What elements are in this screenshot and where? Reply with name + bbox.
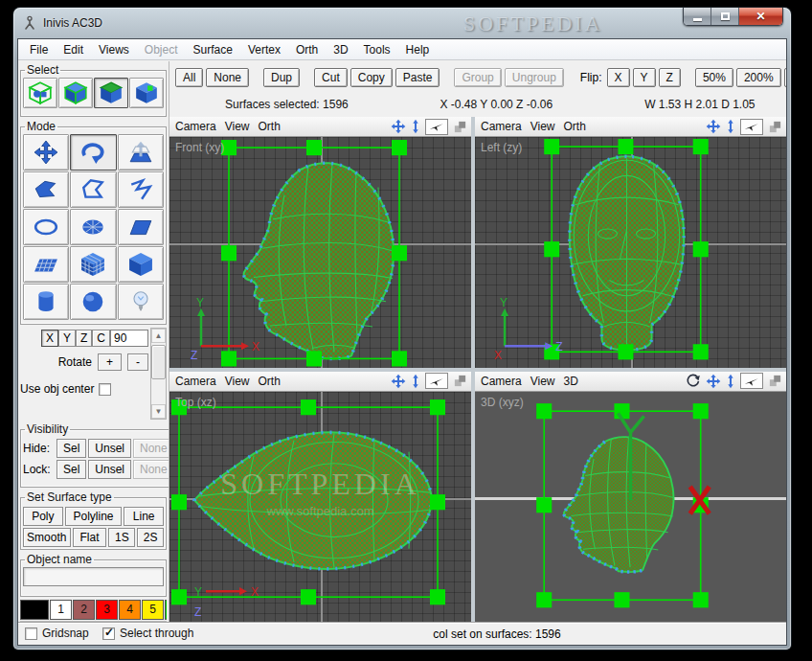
- scale-50-button[interactable]: 50%: [695, 68, 733, 87]
- color-swatch-6[interactable]: [165, 600, 167, 620]
- camera-menu[interactable]: Camera: [175, 120, 216, 133]
- select-none-button[interactable]: None: [206, 68, 249, 87]
- flip-z-button[interactable]: Z: [659, 68, 681, 87]
- orth-menu[interactable]: Orth: [258, 375, 280, 388]
- select-all-button[interactable]: All: [175, 68, 203, 87]
- maximize-viewport-icon[interactable]: [453, 120, 467, 134]
- scroll-down-icon[interactable]: ▼: [151, 404, 166, 419]
- camera-menu[interactable]: Camera: [481, 120, 522, 133]
- viewport-3d-canvas[interactable]: 3D (xyz): [475, 392, 786, 623]
- pointer-tool-button[interactable]: [425, 373, 448, 389]
- axis-y-button[interactable]: Y: [58, 330, 76, 347]
- zoom-vertical-icon[interactable]: [726, 119, 735, 134]
- select-through-checkbox[interactable]: [102, 627, 115, 640]
- mode-disk-button[interactable]: [70, 209, 116, 245]
- scroll-up-icon[interactable]: ▲: [151, 329, 166, 343]
- hide-sel-button[interactable]: Sel: [56, 439, 86, 458]
- menu-vertex[interactable]: Vertex: [240, 41, 288, 58]
- menu-orth[interactable]: Orth: [288, 41, 326, 58]
- object-name-input[interactable]: [23, 567, 164, 586]
- two-sided-button[interactable]: 2S: [137, 528, 164, 547]
- mode-move-button[interactable]: [23, 134, 69, 171]
- copy-button[interactable]: Copy: [350, 68, 393, 87]
- mode-polyline-button[interactable]: [118, 171, 164, 208]
- mode-poly-filled-button[interactable]: [23, 171, 69, 208]
- zoom-vertical-icon[interactable]: [411, 119, 420, 134]
- pan-icon[interactable]: [391, 119, 406, 134]
- color-swatch-2[interactable]: 2: [73, 600, 95, 620]
- rotate-plus-button[interactable]: +: [98, 353, 122, 371]
- pan-icon[interactable]: [706, 374, 721, 389]
- menu-file[interactable]: File: [22, 41, 56, 58]
- duplicate-button[interactable]: Dup: [263, 68, 300, 87]
- camera-menu[interactable]: Camera: [175, 375, 216, 388]
- color-swatch-3[interactable]: 3: [96, 600, 118, 620]
- rotate-angle-input[interactable]: [110, 330, 148, 347]
- viewport-front-canvas[interactable]: Front (xy): [169, 137, 471, 368]
- one-sided-button[interactable]: 1S: [108, 528, 135, 547]
- scale-minus10-button[interactable]: -10%: [784, 68, 786, 87]
- 3d-menu[interactable]: 3D: [563, 375, 577, 388]
- view-menu[interactable]: View: [530, 120, 555, 133]
- scroll-thumb[interactable]: [151, 345, 166, 379]
- mode-grid-mesh-button[interactable]: [23, 246, 69, 283]
- orth-menu[interactable]: Orth: [258, 120, 280, 133]
- menu-3d[interactable]: 3D: [326, 41, 355, 58]
- pointer-tool-button[interactable]: [740, 119, 763, 135]
- select-vertex-button[interactable]: [129, 78, 164, 108]
- gridsnap-checkbox[interactable]: [25, 627, 37, 640]
- flip-y-button[interactable]: Y: [633, 68, 656, 87]
- orbit-icon[interactable]: [685, 374, 701, 389]
- maximize-button[interactable]: [711, 8, 739, 25]
- pan-icon[interactable]: [391, 374, 406, 389]
- rotate-minus-button[interactable]: -: [127, 353, 148, 371]
- mode-rect-button[interactable]: [118, 209, 164, 245]
- paste-button[interactable]: Paste: [395, 68, 440, 87]
- flip-x-button[interactable]: X: [607, 68, 630, 87]
- mode-box-button[interactable]: [118, 246, 164, 283]
- maximize-viewport-icon[interactable]: [768, 120, 782, 134]
- close-button[interactable]: ✕: [739, 8, 782, 25]
- camera-menu[interactable]: Camera: [481, 375, 522, 388]
- menu-edit[interactable]: Edit: [56, 41, 91, 58]
- mode-cylinder-button[interactable]: [23, 284, 69, 320]
- maximize-viewport-icon[interactable]: [768, 374, 782, 388]
- menu-help[interactable]: Help: [398, 41, 438, 58]
- mode-light-button[interactable]: [118, 284, 164, 320]
- menu-views[interactable]: Views: [91, 41, 137, 58]
- axis-z-button[interactable]: Z: [76, 330, 92, 347]
- axis-x-button[interactable]: X: [41, 330, 58, 347]
- flat-button[interactable]: Flat: [73, 528, 107, 547]
- view-menu[interactable]: View: [225, 375, 250, 388]
- hide-unsel-button[interactable]: Unsel: [88, 439, 131, 458]
- mode-sphere-button[interactable]: [70, 284, 116, 320]
- view-menu[interactable]: View: [225, 120, 250, 133]
- line-button[interactable]: Line: [124, 507, 164, 526]
- orth-menu[interactable]: Orth: [563, 120, 585, 133]
- poly-button[interactable]: Poly: [23, 507, 63, 526]
- axis-c-button[interactable]: C: [92, 330, 110, 347]
- zoom-vertical-icon[interactable]: [411, 374, 420, 389]
- pan-icon[interactable]: [706, 119, 721, 134]
- select-object-button[interactable]: [58, 78, 93, 108]
- mode-rotate-button[interactable]: [70, 134, 116, 171]
- select-surface-button[interactable]: [94, 78, 128, 108]
- mode-subdiv-cube-button[interactable]: [70, 246, 116, 283]
- titlebar[interactable]: Inivis AC3D SOFTPEDIA ✕: [13, 8, 791, 38]
- view-menu[interactable]: View: [530, 375, 555, 388]
- mode-extrude-button[interactable]: [118, 134, 164, 171]
- smooth-button[interactable]: Smooth: [23, 528, 71, 547]
- viewport-top-canvas[interactable]: Top (xz) SOFTPEDIA www.softpedia.com: [169, 392, 471, 623]
- pointer-tool-button[interactable]: [740, 373, 763, 389]
- select-group-button[interactable]: [23, 78, 57, 108]
- menu-surface[interactable]: Surface: [186, 41, 240, 58]
- mode-polygon-outline-button[interactable]: [70, 171, 116, 208]
- zoom-vertical-icon[interactable]: [726, 374, 735, 389]
- pointer-tool-button[interactable]: [425, 119, 448, 135]
- color-swatch-5[interactable]: 5: [142, 600, 164, 620]
- lock-sel-button[interactable]: Sel: [56, 460, 86, 479]
- minimize-button[interactable]: [684, 8, 711, 25]
- polyline-button[interactable]: Polyline: [65, 507, 123, 526]
- color-swatch-black[interactable]: [20, 600, 49, 620]
- scale-200-button[interactable]: 200%: [736, 68, 781, 87]
